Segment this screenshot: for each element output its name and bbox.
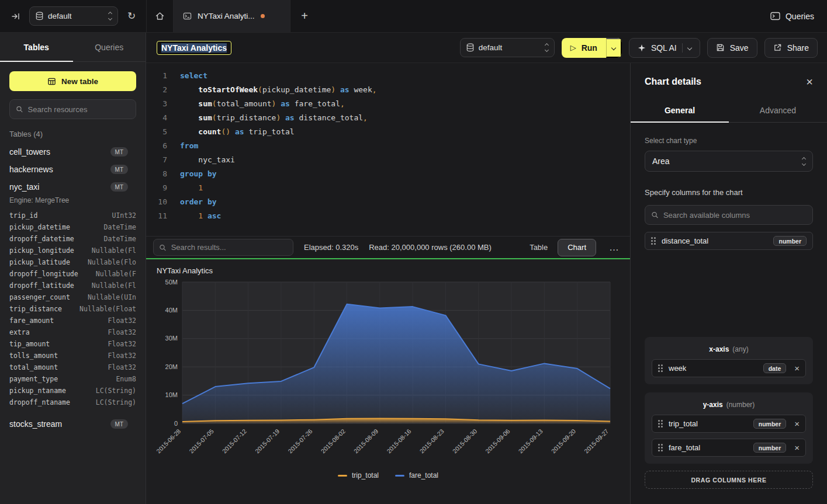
line-number: 11 [146, 209, 167, 223]
line-code: 1 asc [180, 209, 221, 223]
view-toggle-chart[interactable]: Chart [558, 239, 596, 256]
query-title-input[interactable]: NYTaxi Analytics [157, 41, 231, 55]
column-chip[interactable]: distance_totalnumber [645, 232, 813, 250]
chart-type-select[interactable]: Area [645, 151, 813, 172]
search-icon [16, 105, 23, 113]
line-number: 2 [146, 83, 167, 97]
column-row: trip_distanceNullable(Float [0, 303, 146, 315]
tab-general[interactable]: General [631, 98, 729, 122]
x-axis-card: x-axis(any) weekdate× [645, 337, 813, 384]
drag-handle-icon[interactable] [651, 237, 656, 245]
x-axis-title: x-axis [709, 345, 729, 353]
legend-label: fare_total [409, 471, 438, 479]
share-button[interactable]: Share [764, 38, 818, 58]
view-toggle-table[interactable]: Table [520, 239, 558, 256]
x-axis-columns: weekdate× [652, 359, 806, 377]
collapse-sidebar-button[interactable] [8, 9, 23, 24]
engine-badge: MT [110, 419, 128, 429]
close-icon: × [806, 75, 813, 88]
columns-search [645, 205, 813, 225]
new-table-label: New table [61, 77, 98, 86]
queries-icon [770, 12, 780, 20]
y-axis-heading: y-axis(number) [652, 401, 806, 409]
database-icon [36, 12, 43, 20]
svg-text:2015-07-12: 2015-07-12 [221, 427, 248, 455]
new-table-button[interactable]: New table [9, 71, 136, 91]
sql-editor[interactable]: 1select2 toStartOfWeek(pickup_datetime) … [146, 63, 630, 236]
engine-badge: MT [110, 165, 128, 174]
close-panel-button[interactable]: × [806, 76, 813, 88]
play-icon: ▷ [570, 43, 576, 52]
sql-ai-button[interactable]: SQL AI [629, 38, 700, 58]
new-tab-button[interactable]: + [290, 0, 319, 32]
more-options-button[interactable]: … [607, 242, 622, 253]
unsaved-changes-dot [261, 14, 265, 18]
chevron-updown-icon [109, 12, 112, 20]
chart-svg[interactable]: 010M20M30M40M50M2015-06-282015-07-052015… [155, 277, 621, 470]
column-chip[interactable]: weekdate× [652, 359, 806, 377]
refresh-icon: ↻ [127, 10, 136, 22]
save-button[interactable]: Save [707, 38, 757, 58]
svg-text:2015-08-30: 2015-08-30 [451, 427, 479, 455]
table-row[interactable]: cell_towersMT [0, 143, 146, 161]
query-header-actions: default ▷ Run SQL AI [460, 38, 818, 58]
line-number: 6 [146, 139, 167, 153]
query-tab-icon [183, 12, 192, 20]
columns-label: Specify columns for the chart [645, 188, 813, 197]
drop-zone[interactable]: DRAG COLUMNS HERE [645, 471, 813, 489]
legend-item[interactable]: fare_total [395, 471, 438, 479]
svg-text:50M: 50M [165, 279, 178, 286]
chart-panel-body: Select chart type Area Specify columns f… [631, 123, 827, 504]
column-chip[interactable]: trip_totalnumber× [652, 415, 806, 433]
editor-line: 8group by [146, 167, 630, 181]
table-row[interactable]: nyc_taxiMT [0, 178, 146, 196]
home-tab[interactable] [147, 0, 174, 32]
drag-handle-icon[interactable] [658, 444, 663, 451]
svg-text:20M: 20M [165, 363, 178, 370]
remove-column-icon[interactable]: × [794, 443, 800, 452]
chevron-updown-icon [802, 158, 805, 165]
column-row: pickup_ntanameLC(String) [0, 385, 146, 397]
drag-handle-icon[interactable] [658, 420, 663, 427]
queries-button[interactable]: Queries [770, 12, 814, 21]
column-row: dropoff_datetimeDateTime [0, 233, 146, 245]
remove-column-icon[interactable]: × [794, 364, 800, 373]
table-row[interactable]: hackernewsMT [0, 161, 146, 178]
sidebar-tab-tables[interactable]: Tables [0, 33, 73, 61]
refresh-button[interactable]: ↻ [124, 9, 139, 24]
table-row[interactable]: stocks_streamMT [0, 415, 146, 433]
columns-search-input[interactable] [663, 211, 807, 220]
line-number: 1 [146, 69, 167, 83]
column-chip[interactable]: fare_totalnumber× [652, 439, 806, 457]
database-selector[interactable]: default [29, 6, 118, 26]
query-database-selector[interactable]: default [460, 38, 555, 57]
remove-column-icon[interactable]: × [794, 419, 800, 428]
column-row: dropoff_ntanameLC(String) [0, 397, 146, 408]
svg-text:2015-07-05: 2015-07-05 [188, 427, 215, 455]
legend-swatch [338, 475, 347, 477]
column-row: extraFloat32 [0, 326, 146, 338]
sidebar-tab-queries[interactable]: Queries [73, 33, 146, 61]
query-tab[interactable]: NYTaxi Analyti... [174, 0, 290, 32]
line-code: 1 [180, 181, 203, 195]
tables-list: cell_towersMThackernewsMTnyc_taxiMTEngin… [0, 143, 146, 433]
sql-ai-label: SQL AI [651, 43, 677, 53]
topbar-right: Queries [770, 0, 827, 32]
main-area: NYTaxi Analytics default ▷ Run [146, 33, 827, 504]
drag-handle-icon[interactable] [658, 364, 663, 372]
y-axis-hint: (number) [726, 401, 755, 409]
editor-line: 2 toStartOfWeek(pickup_datetime) as week… [146, 83, 630, 97]
engine-badge: MT [110, 147, 128, 157]
tab-advanced[interactable]: Advanced [729, 98, 827, 122]
column-row: payment_typeEnum8 [0, 373, 146, 385]
results-search-input[interactable] [171, 243, 288, 252]
run-options-button[interactable] [606, 38, 622, 58]
legend-item[interactable]: trip_total [338, 471, 379, 479]
sidebar: Tables Queries New table Tables (4) cell… [0, 33, 146, 504]
type-badge: date [763, 363, 787, 373]
database-selector-value: default [48, 12, 104, 20]
editor-line: 7 nyc_taxi [146, 153, 630, 167]
resource-search-input[interactable] [28, 105, 130, 114]
run-button[interactable]: ▷ Run [562, 38, 606, 58]
chart-type-label: Select chart type [645, 137, 813, 145]
